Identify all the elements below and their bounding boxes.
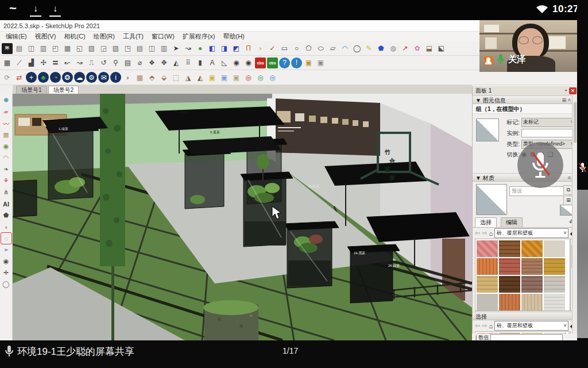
entity-info-header[interactable]: ▼ 图元信息 ⊞ ˄ <box>473 95 578 104</box>
furniture-tool-icon[interactable]: ▤ <box>134 43 145 54</box>
home-icon[interactable]: ⌂ <box>489 230 493 237</box>
squirrel-icon[interactable]: ◖ <box>1 221 11 232</box>
rectangle-tool-icon[interactable]: ▭ <box>279 43 290 54</box>
texture-swatch[interactable] <box>499 240 520 257</box>
twig-icon[interactable]: ⋔ <box>1 187 11 198</box>
chart-bars-icon[interactable]: ▟ <box>26 57 37 68</box>
dome-icon[interactable]: ◠ <box>1 152 11 163</box>
ai-box-icon[interactable]: AI <box>1 198 11 209</box>
anchor-tool-icon[interactable]: ✣ <box>38 57 49 68</box>
balloon-marker-icon[interactable]: ● <box>195 43 206 54</box>
mirror-tool-icon[interactable]: ◭ <box>171 57 181 68</box>
refresh-icon[interactable]: ⟳ <box>2 72 13 83</box>
pattern-ball-icon[interactable]: ❂ <box>62 72 73 83</box>
ribbon-icon[interactable]: 〰 <box>1 118 11 129</box>
mail-icon[interactable]: ✉ <box>98 72 109 83</box>
drape-terrain-icon[interactable]: ⬚ <box>171 72 181 83</box>
menu-edit[interactable]: 编辑(E) <box>6 32 27 41</box>
texture-swatch[interactable] <box>477 294 498 310</box>
furniture-tool-icon[interactable]: ◳ <box>122 43 133 54</box>
sweep-right-icon[interactable]: ↝ <box>74 57 85 68</box>
arc-tool-icon[interactable]: ◠ <box>339 43 350 54</box>
texture-swatch[interactable] <box>544 294 565 310</box>
instance-input[interactable] <box>521 129 575 137</box>
layout-logo-icon[interactable]: 环 <box>2 43 13 54</box>
spiral-red-icon[interactable]: ◎ <box>243 72 254 83</box>
pin-icon[interactable]: ▪ <box>565 87 567 93</box>
sprout-icon[interactable]: ⚘ <box>1 175 11 186</box>
map-icon[interactable]: ▦ <box>1 129 11 140</box>
menu-window[interactable]: 窗口(W) <box>152 32 175 41</box>
rotate-tool-icon[interactable]: ↺ <box>98 57 109 68</box>
sandbox-scratch-icon[interactable]: ▦ <box>134 72 145 83</box>
texture-swatch[interactable] <box>521 240 543 257</box>
blue-polygon-tool-icon[interactable]: ⬟ <box>376 43 386 54</box>
pen-tool-icon[interactable]: ✎ <box>363 43 374 54</box>
bench-tool-icon[interactable]: ⎍ <box>86 57 97 68</box>
entity-header-icons[interactable]: ⊞ ˄ <box>562 96 571 105</box>
forward-arrow-icon[interactable]: ⇨ <box>482 229 487 237</box>
secondary-select-header[interactable]: 选择 <box>473 312 578 320</box>
diameter-tool-icon[interactable]: ⌀ <box>134 57 145 68</box>
sweep-left-icon[interactable]: ↜ <box>62 57 73 68</box>
flip-edge-icon[interactable]: ◮ <box>183 72 194 83</box>
texture-swatch[interactable] <box>521 294 543 310</box>
menu-draw[interactable]: 绘图(R) <box>94 32 115 41</box>
texture-swatch[interactable] <box>499 258 520 275</box>
add-circle-icon[interactable]: + <box>26 72 37 83</box>
download-icon[interactable]: ↓ <box>30 4 41 17</box>
texture-swatch[interactable] <box>544 240 565 257</box>
menu-view[interactable]: 视图(V) <box>35 32 56 41</box>
texture-swatch[interactable] <box>521 258 543 275</box>
texture-swatch[interactable] <box>499 276 520 293</box>
furniture-tool-icon[interactable]: ◲ <box>98 43 109 54</box>
home-icon[interactable]: ⌂ <box>489 323 493 329</box>
leaf-icon[interactable]: ❧ <box>1 164 11 175</box>
tag-dropdown[interactable]: 未标记˅ <box>521 118 575 127</box>
scene-tab-1[interactable]: 场景号1 <box>16 86 47 94</box>
eye-icon[interactable]: ◉ <box>1 256 11 267</box>
bent-arrow-tool-icon[interactable]: ↝ <box>183 43 194 54</box>
gear-icon[interactable]: ⚙ <box>86 72 97 83</box>
component-box-icon[interactable]: ◩ <box>231 43 242 54</box>
pie-circle-icon[interactable]: ◔ <box>50 72 61 83</box>
eraser-pink-icon[interactable]: ▰ <box>1 106 11 117</box>
array-grid-icon[interactable]: ⠿ <box>183 57 194 68</box>
knot-tool-icon[interactable]: ❖ <box>146 57 157 68</box>
orbit-circle-icon[interactable]: ◯ <box>1 279 11 290</box>
cube-blue-icon[interactable]: ▣ <box>219 72 230 83</box>
safe-box-icon[interactable]: ▣ <box>303 57 314 68</box>
smoove-icon[interactable]: ⬘ <box>146 72 157 83</box>
menu-tools[interactable]: 工具(T) <box>123 32 144 41</box>
texture-swatch[interactable] <box>544 258 565 275</box>
cube-tan-icon[interactable]: ▣ <box>231 72 242 83</box>
pencil-line-icon[interactable]: ⟋ <box>14 57 25 68</box>
menu-help[interactable]: 帮助(H) <box>223 32 245 41</box>
spray-tool-icon[interactable]: ✥ <box>158 57 169 68</box>
circle-tool-icon[interactable]: ○ <box>291 43 302 54</box>
back-arrow-icon[interactable]: ⇦ <box>475 322 480 329</box>
furniture-tool-icon[interactable]: ◱ <box>74 43 85 54</box>
about-icon[interactable]: ! <box>291 57 302 68</box>
furniture-tool-icon[interactable]: ◰ <box>50 43 61 54</box>
cbs-red-icon[interactable]: cbs <box>255 57 266 68</box>
parallelogram-tool-icon[interactable]: ▱ <box>327 43 338 54</box>
label-a-tool-icon[interactable]: A <box>207 57 218 68</box>
cube-yellow-icon[interactable]: ▣ <box>207 72 218 83</box>
rock-icon[interactable]: ⬟ <box>1 210 11 221</box>
furniture-tool-icon[interactable]: ▤ <box>14 43 25 54</box>
download-icon[interactable]: ↓ <box>49 4 61 17</box>
stool-icon[interactable]: Π <box>243 43 254 54</box>
material-category-dropdown[interactable]: 砖、覆层和壁板˅ <box>494 228 568 238</box>
menu-camera[interactable]: 相机(C) <box>64 32 85 41</box>
furniture-tool-icon[interactable]: ▥ <box>38 43 49 54</box>
panel-tool-icon[interactable]: ▤ <box>122 57 133 68</box>
wedge-tool-icon[interactable]: ◺ <box>219 57 230 68</box>
stamp-tool-icon[interactable]: ⬓ <box>424 43 435 54</box>
spiral-blue-icon[interactable]: ◎ <box>267 72 278 83</box>
sphere-tool-icon[interactable]: ◍ <box>388 43 399 54</box>
cbs-green-icon[interactable]: cbs <box>267 57 278 68</box>
back-arrow-icon[interactable]: ⇦ <box>475 229 480 237</box>
red-brush-icon[interactable]: ✓ <box>267 43 278 54</box>
help-icon[interactable]: ? <box>279 57 290 68</box>
